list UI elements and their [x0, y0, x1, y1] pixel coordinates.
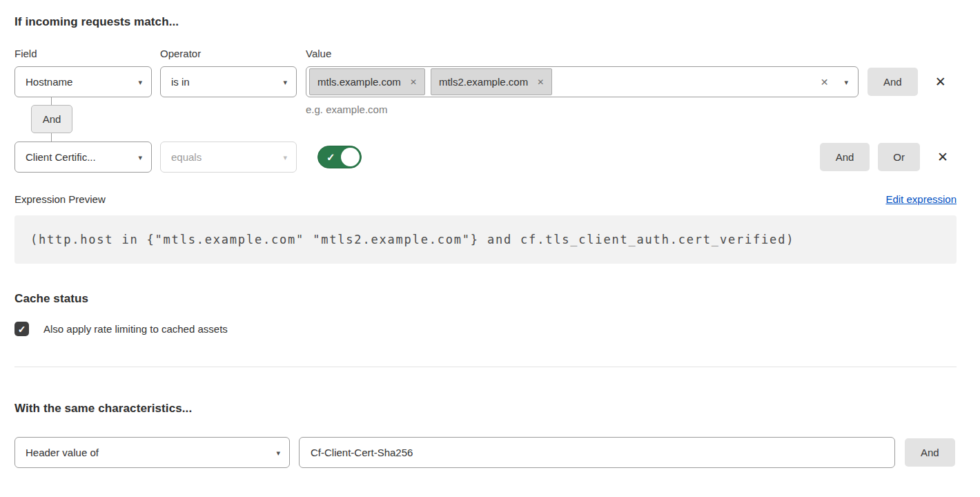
operator-column-label: Operator — [160, 48, 306, 59]
chevron-down-icon: ▾ — [276, 448, 280, 457]
check-icon: ✓ — [326, 151, 335, 164]
remove-tag-icon[interactable]: ✕ — [537, 77, 544, 87]
rate-limiting-rule-form: If incoming requests match... Field Oper… — [0, 0, 980, 497]
cached-assets-checkbox[interactable]: ✓ — [14, 322, 29, 336]
cached-assets-checkbox-label: Also apply rate limiting to cached asset… — [43, 323, 228, 335]
match-section-title: If incoming requests match... — [14, 15, 957, 29]
remove-condition-icon[interactable]: ✕ — [932, 75, 949, 88]
characteristics-section: With the same characteristics... Header … — [14, 402, 957, 468]
operator-select-value: equals — [171, 151, 202, 163]
cache-status-title: Cache status — [14, 292, 957, 306]
operator-select[interactable]: is in ▾ — [160, 66, 297, 97]
value-multiselect[interactable]: mtls.example.com ✕ mtls2.example.com ✕ ✕… — [306, 66, 859, 97]
add-and-condition-button[interactable]: And — [868, 68, 918, 96]
cache-status-section: Cache status ✓ Also apply rate limiting … — [14, 292, 957, 336]
characteristic-select[interactable]: Header value of ▾ — [14, 437, 290, 468]
remove-tag-icon[interactable]: ✕ — [410, 77, 417, 87]
condition-connector: And e.g. example.com — [14, 97, 957, 142]
connector-and-chip[interactable]: And — [31, 105, 72, 133]
value-tag: mtls.example.com ✕ — [309, 68, 425, 95]
operator-select-value: is in — [171, 76, 190, 88]
value-helper-text: e.g. example.com — [306, 104, 387, 115]
match-section: If incoming requests match... Field Oper… — [14, 15, 957, 173]
chevron-down-icon: ▾ — [138, 153, 142, 162]
remove-condition-icon[interactable]: ✕ — [934, 150, 951, 164]
add-or-condition-button[interactable]: Or — [878, 143, 920, 171]
expression-preview-label: Expression Preview — [14, 193, 106, 205]
add-and-condition-button[interactable]: And — [820, 143, 870, 171]
cached-assets-option: ✓ Also apply rate limiting to cached ass… — [14, 322, 957, 336]
characteristic-select-value: Header value of — [26, 447, 99, 458]
header-name-input[interactable] — [299, 437, 895, 468]
cert-verified-toggle[interactable]: ✓ — [317, 146, 362, 168]
chevron-down-icon[interactable]: ▾ — [844, 77, 848, 86]
field-select[interactable]: Client Certific... ▾ — [14, 142, 152, 173]
chevron-down-icon: ▾ — [283, 77, 287, 86]
value-column-label: Value — [306, 48, 331, 59]
toggle-knob — [341, 148, 360, 166]
field-select-value: Client Certific... — [26, 151, 96, 163]
field-column-label: Field — [14, 48, 160, 59]
condition-row-1: Hostname ▾ is in ▾ mtls.example.com ✕ mt… — [14, 66, 951, 97]
value-tag: mtls2.example.com ✕ — [431, 68, 552, 95]
field-select[interactable]: Hostname ▾ — [14, 66, 152, 97]
characteristics-title: With the same characteristics... — [14, 402, 957, 416]
condition-row-2: Client Certific... ▾ equals ▾ ✓ And Or ✕ — [14, 142, 951, 173]
value-tag-text: mtls.example.com — [317, 76, 401, 88]
section-divider — [14, 367, 957, 367]
check-icon: ✓ — [18, 324, 26, 334]
chevron-down-icon: ▾ — [283, 153, 287, 162]
chevron-down-icon: ▾ — [138, 77, 142, 86]
expression-code: (http.host in {"mtls.example.com" "mtls2… — [14, 215, 957, 264]
add-characteristic-button[interactable]: And — [905, 438, 955, 467]
edit-expression-link[interactable]: Edit expression — [885, 193, 957, 205]
column-labels: Field Operator Value — [14, 48, 957, 59]
field-select-value: Hostname — [26, 76, 72, 88]
clear-values-icon[interactable]: ✕ — [821, 77, 829, 88]
value-tag-text: mtls2.example.com — [439, 76, 528, 88]
operator-select-disabled: equals ▾ — [160, 142, 297, 173]
expression-preview-section: Expression Preview Edit expression (http… — [14, 193, 957, 264]
characteristic-row: Header value of ▾ And — [14, 437, 957, 468]
